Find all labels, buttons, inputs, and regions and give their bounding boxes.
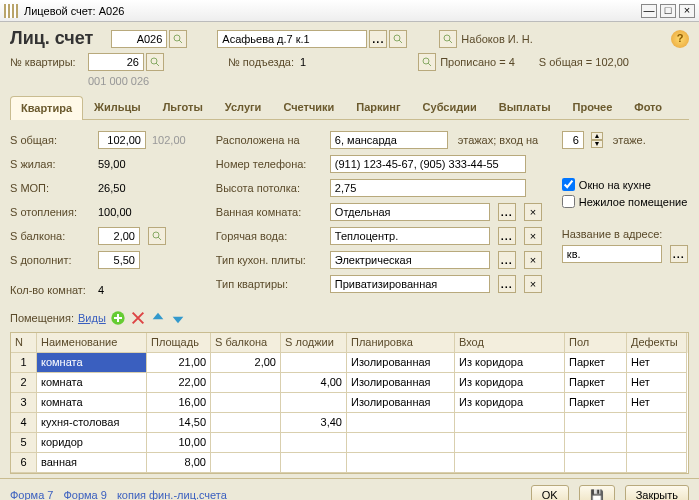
cell-name: комната (37, 373, 147, 393)
account-input[interactable] (111, 30, 167, 48)
ceil-input[interactable] (330, 179, 526, 197)
footer-bar: Форма 7 Форма 9 копия фин.-лиц.счета OK … (0, 478, 699, 500)
tab-photo[interactable]: Фото (623, 95, 673, 119)
cell-entry: Из коридора (455, 373, 565, 393)
col-n[interactable]: N (11, 333, 37, 353)
form9-link[interactable]: Форма 9 (63, 489, 106, 500)
apt-lookup-button[interactable] (146, 53, 164, 71)
table-row[interactable]: 6ванная8,00 (11, 453, 688, 473)
s-balcony-input[interactable] (98, 227, 140, 245)
close-window-button[interactable]: × (679, 4, 695, 18)
stove-input[interactable] (330, 251, 490, 269)
cell-defects (627, 413, 687, 433)
s-balcony-lookup[interactable] (148, 227, 166, 245)
col-entry[interactable]: Вход (455, 333, 565, 353)
cell-entry: Из коридора (455, 393, 565, 413)
bath-clear[interactable]: × (524, 203, 542, 221)
hot-pick[interactable]: ... (498, 227, 516, 245)
cell-defects: Нет (627, 353, 687, 373)
cell-n: 4 (11, 413, 37, 433)
stove-pick[interactable]: ... (498, 251, 516, 269)
floors-label: этажах; вход на (458, 134, 538, 146)
bath-input[interactable] (330, 203, 490, 221)
stove-label: Тип кухон. плиты: (216, 254, 324, 266)
entry-floor-input[interactable] (562, 131, 584, 149)
col-defects[interactable]: Дефекты (627, 333, 687, 353)
page-title: Лиц. счет (10, 28, 93, 49)
table-header: N Наименование Площадь S балкона S лоджи… (11, 333, 688, 353)
address-input[interactable] (217, 30, 367, 48)
col-name[interactable]: Наименование (37, 333, 147, 353)
cell-plan (347, 453, 455, 473)
tab-payments[interactable]: Выплаты (488, 95, 562, 119)
hot-input[interactable] (330, 227, 490, 245)
kitchen-window-checkbox[interactable] (562, 178, 575, 191)
tab-services[interactable]: Услуги (214, 95, 273, 119)
tab-apartment[interactable]: Квартира (10, 96, 83, 120)
s-living-value: 59,00 (98, 158, 126, 170)
views-link[interactable]: Виды (78, 312, 106, 324)
s-mop-label: S МОП: (10, 182, 92, 194)
stove-clear[interactable]: × (524, 251, 542, 269)
apttype-input[interactable] (330, 275, 490, 293)
table-row[interactable]: 5коридор10,00 (11, 433, 688, 453)
col-floor[interactable]: Пол (565, 333, 627, 353)
hot-clear[interactable]: × (524, 227, 542, 245)
apttype-pick[interactable]: ... (498, 275, 516, 293)
address-pick-button[interactable]: ... (369, 30, 387, 48)
cell-name: коридор (37, 433, 147, 453)
address-lookup-button[interactable] (389, 30, 407, 48)
form7-link[interactable]: Форма 7 (10, 489, 53, 500)
col-balcony[interactable]: S балкона (211, 333, 281, 353)
cell-entry (455, 433, 565, 453)
cell-defects (627, 453, 687, 473)
col-loggia[interactable]: S лоджии (281, 333, 347, 353)
registered-lookup-button[interactable] (418, 53, 436, 71)
rooms-block-label: Помещения: (10, 312, 74, 324)
add-icon[interactable] (110, 310, 126, 326)
col-plan[interactable]: Планировка (347, 333, 455, 353)
save-icon-button[interactable]: 💾 (579, 485, 615, 500)
svg-line-3 (399, 40, 402, 43)
table-row[interactable]: 1комната21,002,00ИзолированнаяИз коридор… (11, 353, 688, 373)
table-row[interactable]: 4кухня-столовая14,503,40 (11, 413, 688, 433)
cell-defects: Нет (627, 393, 687, 413)
table-row[interactable]: 2комната22,004,00ИзолированнаяИз коридор… (11, 373, 688, 393)
col-area[interactable]: Площадь (147, 333, 211, 353)
s-extra-input[interactable] (98, 251, 140, 269)
bath-label: Ванная комната: (216, 206, 324, 218)
bath-pick[interactable]: ... (498, 203, 516, 221)
tab-subsidies[interactable]: Субсидии (412, 95, 488, 119)
nonres-checkbox[interactable] (562, 195, 575, 208)
apttype-clear[interactable]: × (524, 275, 542, 293)
apt-number-input[interactable] (88, 53, 144, 71)
maximize-button[interactable]: □ (660, 4, 676, 18)
located-input[interactable] (330, 131, 448, 149)
move-up-icon[interactable] (150, 310, 166, 326)
tab-parking[interactable]: Паркинг (345, 95, 411, 119)
tab-other[interactable]: Прочее (562, 95, 624, 119)
table-row[interactable]: 3комната16,00ИзолированнаяИз коридораПар… (11, 393, 688, 413)
s-total-input[interactable] (98, 131, 146, 149)
addrname-input[interactable] (562, 245, 662, 263)
registered-label: Прописано = 4 (440, 56, 515, 68)
tab-meters[interactable]: Счетчики (272, 95, 345, 119)
account-lookup-button[interactable] (169, 30, 187, 48)
apttype-label: Тип квартиры: (216, 278, 324, 290)
ok-button[interactable]: OK (531, 485, 569, 500)
owner-lookup-button[interactable] (439, 30, 457, 48)
close-button[interactable]: Закрыть (625, 485, 689, 500)
delete-icon[interactable] (130, 310, 146, 326)
help-button[interactable]: ? (671, 30, 689, 48)
minimize-button[interactable]: — (641, 4, 657, 18)
svg-line-7 (156, 63, 159, 66)
copy-link[interactable]: копия фин.-лиц.счета (117, 489, 227, 500)
entry-floor-spinner[interactable]: ▲▼ (591, 132, 603, 148)
tab-benefits[interactable]: Льготы (152, 95, 214, 119)
phone-input[interactable] (330, 155, 526, 173)
cell-plan: Изолированная (347, 353, 455, 373)
move-down-icon[interactable] (170, 310, 186, 326)
cell-n: 2 (11, 373, 37, 393)
tab-residents[interactable]: Жильцы (83, 95, 152, 119)
addrname-pick[interactable]: ... (670, 245, 688, 263)
